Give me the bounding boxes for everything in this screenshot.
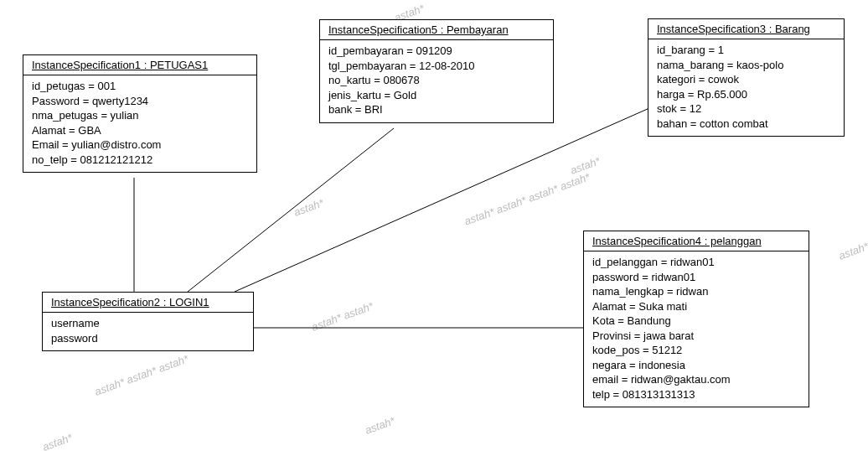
slot: kategori = cowok: [657, 72, 835, 87]
slot: id_petugas = 001: [32, 79, 248, 94]
watermark: astah* astah*: [310, 299, 375, 334]
watermark: astah*: [41, 431, 75, 451]
slot: nma_petugas = yulian: [32, 108, 248, 123]
watermark: astah*: [364, 414, 397, 437]
slot: negara = indonesia: [592, 358, 800, 373]
diagram-canvas: { "watermark": "astah*", "boxes": { "pet…: [0, 0, 868, 451]
slot: telp = 081313131313: [592, 387, 800, 402]
object-body: id_pelanggan = ridwan01 password = ridwa…: [584, 251, 809, 407]
slot: jenis_kartu = Gold: [328, 88, 545, 103]
object-pembayaran: InstanceSpecification5 : Pembayaran id_p…: [319, 19, 554, 123]
object-login: InstanceSpecification2 : LOGIN1 username…: [42, 292, 254, 351]
watermark: astah* astah* astah* astah*: [462, 170, 592, 227]
watermark: astah*: [292, 196, 326, 219]
slot: id_pembayaran = 091209: [328, 44, 545, 59]
object-barang: InstanceSpecification3 : Barang id_baran…: [648, 18, 845, 137]
watermark: astah* a: [837, 236, 868, 262]
slot: stok = 12: [657, 101, 835, 117]
slot: email = ridwan@gaktau.com: [592, 372, 800, 387]
slot: Email = yulian@distro.com: [32, 137, 248, 153]
object-title: InstanceSpecification2 : LOGIN1: [43, 293, 253, 313]
object-title: InstanceSpecification4 : pelanggan: [584, 231, 809, 251]
object-petugas: InstanceSpecification1 : PETUGAS1 id_pet…: [23, 54, 257, 173]
slot: id_barang = 1: [657, 43, 835, 58]
slot: harga = Rp.65.000: [657, 87, 835, 102]
slot: bank = BRI: [328, 102, 545, 117]
object-title: InstanceSpecification5 : Pembayaran: [320, 20, 553, 40]
watermark: astah* astah* astah*: [93, 352, 190, 397]
object-pelanggan: InstanceSpecification4 : pelanggan id_pe…: [583, 231, 809, 407]
slot: no_kartu = 080678: [328, 73, 545, 88]
slot: no_telp = 081212121212: [32, 153, 248, 168]
object-body: id_petugas = 001 Password = qwerty1234 n…: [23, 75, 256, 172]
object-body: username password: [43, 313, 253, 350]
object-body: id_pembayaran = 091209 tgl_pembayaran = …: [320, 40, 553, 122]
object-body: id_barang = 1 nama_barang = kaos-polo ka…: [648, 39, 844, 136]
slot: nama_barang = kaos-polo: [657, 58, 835, 73]
slot: Kota = Bandung: [592, 314, 800, 329]
watermark: astah*: [569, 154, 602, 177]
slot: password = ridwan01: [592, 270, 800, 285]
slot: password: [51, 331, 245, 346]
slot: Alamat = GBA: [32, 123, 248, 138]
slot: Alamat = Suka mati: [592, 299, 800, 314]
slot: tgl_pembayaran = 12-08-2010: [328, 59, 545, 74]
slot: nama_lengkap = ridwan: [592, 284, 800, 299]
object-title: InstanceSpecification1 : PETUGAS1: [23, 55, 256, 75]
object-title: InstanceSpecification3 : Barang: [648, 19, 844, 39]
slot: id_pelanggan = ridwan01: [592, 255, 800, 270]
slot: Password = qwerty1234: [32, 94, 248, 109]
slot: Provinsi = jawa barat: [592, 329, 800, 344]
slot: bahan = cotton combat: [657, 117, 835, 132]
slot: username: [51, 316, 245, 331]
slot: kode_pos = 51212: [592, 343, 800, 358]
